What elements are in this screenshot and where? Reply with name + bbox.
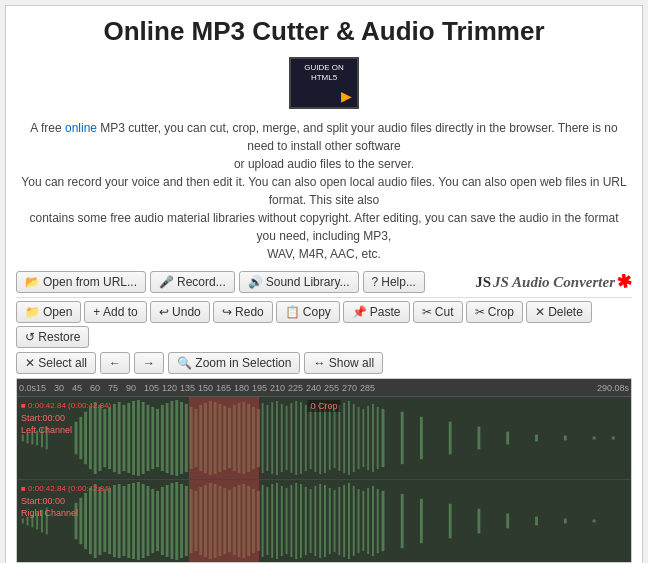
waveform-container[interactable]: 0.0s 15 30 45 60 75 90 105 120 135 150 1… xyxy=(16,378,632,563)
page-title: Online MP3 Cutter & Audio Trimmer xyxy=(16,16,632,47)
svg-rect-133 xyxy=(290,485,292,557)
svg-rect-151 xyxy=(377,489,379,553)
svg-rect-68 xyxy=(319,402,321,474)
svg-rect-142 xyxy=(334,490,336,552)
svg-rect-22 xyxy=(147,405,150,471)
svg-rect-71 xyxy=(334,408,336,468)
description: A free online MP3 cutter, you can cut, c… xyxy=(16,119,632,263)
svg-rect-70 xyxy=(329,406,331,470)
time-ruler: 0.0s 15 30 45 60 75 90 105 120 135 150 1… xyxy=(17,379,631,397)
svg-rect-98 xyxy=(123,486,126,556)
brand-logo: JS JS Audio Converter ✱ xyxy=(475,271,632,293)
time-75: 75 xyxy=(108,383,118,393)
record-button[interactable]: 🎤 Record... xyxy=(150,271,235,293)
svg-rect-100 xyxy=(132,483,135,559)
left-channel-label: ■ 0:00:42.84 (0:00:42.84) Start:00:00 Le… xyxy=(21,399,111,437)
svg-rect-138 xyxy=(314,486,316,556)
zoom-in-button[interactable]: 🔍 Zoom in Selection xyxy=(168,352,300,374)
main-container: Online MP3 Cutter & Audio Trimmer GUIDE … xyxy=(5,5,643,563)
svg-rect-53 xyxy=(564,436,567,441)
svg-rect-67 xyxy=(314,404,316,472)
svg-rect-25 xyxy=(161,405,164,471)
time-start: 0.0s xyxy=(19,383,36,393)
delete-button[interactable]: ✕ Delete xyxy=(526,301,592,323)
svg-rect-79 xyxy=(372,404,374,472)
svg-rect-139 xyxy=(319,484,321,558)
arrow-left-button[interactable]: ← xyxy=(100,352,130,374)
svg-rect-130 xyxy=(276,483,278,559)
time-15: 15 xyxy=(36,383,46,393)
redo-button[interactable]: ↪ Redo xyxy=(213,301,273,323)
svg-rect-99 xyxy=(127,484,130,558)
svg-rect-61 xyxy=(286,406,288,470)
svg-rect-127 xyxy=(262,485,264,557)
svg-rect-160 xyxy=(593,520,596,523)
svg-rect-28 xyxy=(175,400,178,476)
svg-rect-30 xyxy=(185,404,188,472)
time-255: 255 xyxy=(324,383,339,393)
online-link[interactable]: online xyxy=(65,121,97,135)
time-180: 180 xyxy=(234,383,249,393)
svg-rect-24 xyxy=(156,409,159,467)
svg-rect-140 xyxy=(324,485,326,557)
speaker-icon: 🔊 xyxy=(248,275,263,289)
open-button[interactable]: 📁 Open xyxy=(16,301,81,323)
svg-rect-60 xyxy=(281,404,283,472)
svg-rect-144 xyxy=(343,485,345,557)
svg-rect-156 xyxy=(478,509,481,534)
svg-rect-20 xyxy=(137,400,140,476)
svg-rect-148 xyxy=(362,491,364,551)
svg-rect-58 xyxy=(271,402,273,474)
crop-button[interactable]: ✂ Crop xyxy=(466,301,523,323)
svg-rect-63 xyxy=(295,401,297,475)
svg-rect-27 xyxy=(171,401,174,475)
svg-rect-157 xyxy=(506,514,509,529)
time-30: 30 xyxy=(54,383,64,393)
left-channel: ■ 0:00:42.84 (0:00:42.84) Start:00:00 Le… xyxy=(17,397,631,480)
svg-rect-72 xyxy=(338,405,340,471)
svg-rect-16 xyxy=(118,402,121,474)
svg-rect-52 xyxy=(535,435,538,442)
svg-rect-57 xyxy=(266,405,268,471)
cut-button[interactable]: ✂ Cut xyxy=(413,301,463,323)
copy-button[interactable]: 📋 Copy xyxy=(276,301,340,323)
edit-toolbar: 📁 Open + Add to ↩ Undo ↪ Redo 📋 Copy 📌 P… xyxy=(16,301,632,348)
svg-rect-146 xyxy=(353,486,355,556)
question-icon: ? xyxy=(372,275,379,289)
open-url-button[interactable]: 📂 Open from URL... xyxy=(16,271,146,293)
svg-rect-47 xyxy=(401,412,404,464)
header-logo[interactable]: GUIDE ONHTML5 xyxy=(289,57,359,109)
select-all-button[interactable]: ✕ Select all xyxy=(16,352,96,374)
svg-rect-108 xyxy=(171,483,174,559)
svg-rect-104 xyxy=(151,489,154,553)
svg-rect-143 xyxy=(338,487,340,555)
svg-rect-78 xyxy=(367,406,369,470)
time-150: 150 xyxy=(198,383,213,393)
svg-rect-150 xyxy=(372,486,374,556)
selection-overlay-left xyxy=(189,397,259,479)
show-all-button[interactable]: ↔ Show all xyxy=(304,352,383,374)
svg-rect-153 xyxy=(401,494,404,548)
svg-rect-18 xyxy=(127,403,130,473)
undo-button[interactable]: ↩ Undo xyxy=(150,301,210,323)
time-165: 165 xyxy=(216,383,231,393)
svg-rect-152 xyxy=(382,491,385,551)
svg-rect-103 xyxy=(147,486,150,556)
svg-rect-21 xyxy=(142,402,145,474)
svg-rect-154 xyxy=(420,499,423,543)
svg-rect-51 xyxy=(506,432,509,445)
svg-rect-106 xyxy=(161,487,164,555)
help-button[interactable]: ? Help... xyxy=(363,271,425,293)
restore-button[interactable]: ↺ Restore xyxy=(16,326,89,348)
svg-rect-26 xyxy=(166,403,169,473)
add-to-button[interactable]: + Add to xyxy=(84,301,146,323)
svg-rect-131 xyxy=(281,486,283,556)
svg-rect-158 xyxy=(535,517,538,526)
paste-button[interactable]: 📌 Paste xyxy=(343,301,410,323)
svg-rect-136 xyxy=(305,487,307,555)
svg-rect-102 xyxy=(142,484,145,558)
svg-rect-56 xyxy=(262,403,264,473)
svg-rect-132 xyxy=(286,488,288,554)
arrow-right-button[interactable]: → xyxy=(134,352,164,374)
sound-library-button[interactable]: 🔊 Sound Library... xyxy=(239,271,359,293)
